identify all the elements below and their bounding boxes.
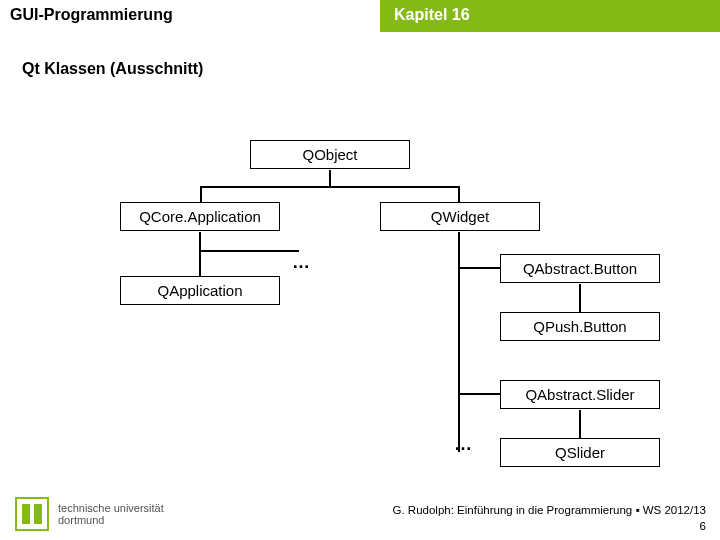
page-number: 6	[393, 518, 706, 534]
connector	[579, 410, 581, 438]
slide-footer: G. Rudolph: Einführung in die Programmie…	[393, 502, 706, 534]
slide-subtitle: Qt Klassen (Ausschnitt)	[22, 60, 720, 78]
node-qcoreapplication: QCore.Application	[120, 202, 280, 231]
connector	[200, 186, 460, 188]
svg-rect-2	[34, 504, 42, 524]
node-qobject: QObject	[250, 140, 410, 169]
logo-line1: technische universität	[58, 502, 164, 514]
university-logo: technische universität dortmund	[14, 496, 164, 532]
connector	[199, 232, 201, 252]
node-qwidget: QWidget	[380, 202, 540, 231]
header-title-left: GUI-Programmierung	[0, 0, 380, 32]
connector	[579, 284, 581, 312]
connector	[458, 186, 460, 202]
node-qslider: QSlider	[500, 438, 660, 467]
tu-logo-icon	[14, 496, 50, 532]
slide-header: GUI-Programmierung Kapitel 16	[0, 0, 720, 32]
connector	[458, 232, 460, 452]
logo-text: technische universität dortmund	[58, 502, 164, 526]
connector	[458, 393, 500, 395]
ellipsis-icon: …	[454, 434, 473, 455]
svg-rect-0	[16, 498, 48, 530]
svg-rect-1	[22, 504, 30, 524]
header-title-right: Kapitel 16	[380, 0, 720, 32]
connector	[199, 250, 299, 252]
node-qapplication: QApplication	[120, 276, 280, 305]
footer-text: G. Rudolph: Einführung in die Programmie…	[393, 502, 706, 518]
connector	[200, 186, 202, 202]
ellipsis-icon: …	[292, 252, 311, 273]
node-qabstractbutton: QAbstract.Button	[500, 254, 660, 283]
connector	[199, 250, 201, 276]
logo-line2: dortmund	[58, 514, 164, 526]
node-qpushbutton: QPush.Button	[500, 312, 660, 341]
class-hierarchy-diagram: QObject QCore.Application QWidget … QApp…	[0, 120, 720, 480]
connector	[458, 267, 500, 269]
node-qabstractslider: QAbstract.Slider	[500, 380, 660, 409]
